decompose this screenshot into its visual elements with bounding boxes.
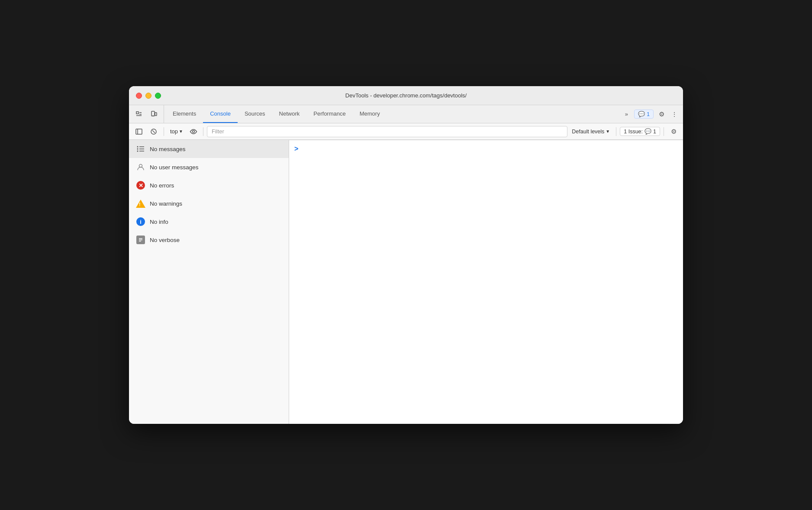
traffic-lights (136, 93, 161, 99)
close-button[interactable] (136, 93, 142, 99)
main-content: No messages No user messages ✕ No errors (129, 140, 683, 424)
prompt-chevron-icon: > (294, 145, 298, 153)
context-label: top (170, 128, 178, 135)
console-toolbar: top ▼ Default levels ▼ 1 Issue: 💬 1 ⚙ (129, 123, 683, 140)
issue-filter-label: 1 Issue: (624, 129, 643, 135)
tab-sources[interactable]: Sources (238, 105, 272, 123)
tab-network[interactable]: Network (272, 105, 307, 123)
info-icon: i (136, 217, 145, 226)
sidebar-item-no-errors[interactable]: ✕ No errors (129, 176, 289, 194)
toolbar-separator-4 (664, 127, 664, 136)
sidebar-item-no-verbose[interactable]: No verbose (129, 231, 289, 249)
svg-point-3 (153, 115, 154, 116)
user-icon (136, 162, 145, 172)
sidebar-item-no-info[interactable]: i No info (129, 213, 289, 231)
tab-performance[interactable]: Performance (306, 105, 352, 123)
sidebar-item-label: No verbose (150, 237, 180, 243)
warning-icon (136, 199, 145, 208)
tab-bar-right: » 💬 1 ⚙ ⋮ (617, 105, 683, 123)
settings-button[interactable]: ⚙ (655, 108, 667, 120)
issue-filter-badge[interactable]: 1 Issue: 💬 1 (620, 127, 660, 136)
svg-rect-4 (136, 129, 142, 134)
maximize-button[interactable] (155, 93, 161, 99)
sidebar-item-label: No messages (150, 146, 186, 152)
chevron-down-icon: ▼ (179, 129, 183, 134)
context-selector[interactable]: top ▼ (168, 127, 186, 136)
window-title: DevTools - developer.chrome.com/tags/dev… (345, 92, 467, 99)
issue-filter-count: 1 (653, 129, 656, 135)
tab-memory[interactable]: Memory (353, 105, 387, 123)
console-settings-button[interactable]: ⚙ (667, 126, 680, 138)
show-sidebar-button[interactable] (132, 126, 145, 138)
toolbar-separator-2 (203, 127, 203, 136)
toolbar-separator-1 (164, 127, 164, 136)
inspect-element-button[interactable] (132, 108, 145, 120)
svg-rect-2 (155, 113, 157, 116)
title-bar: DevTools - developer.chrome.com/tags/dev… (129, 86, 683, 105)
devtools-window: DevTools - developer.chrome.com/tags/dev… (129, 86, 683, 424)
clear-console-button[interactable] (147, 126, 160, 138)
svg-line-7 (152, 130, 155, 133)
error-icon: ✕ (136, 181, 145, 190)
default-levels-label: Default levels (572, 129, 604, 135)
console-area: > (289, 140, 683, 424)
svg-rect-0 (136, 112, 139, 114)
sidebar-item-label: No info (150, 219, 168, 225)
log-level-dropdown[interactable]: Default levels ▼ (569, 128, 612, 136)
console-sidebar: No messages No user messages ✕ No errors (129, 140, 289, 424)
live-expressions-button[interactable] (187, 126, 200, 138)
console-prompt-line: > (289, 140, 683, 157)
main-tabs: Elements Console Sources Network Perform… (166, 105, 617, 123)
console-output[interactable]: > (289, 140, 683, 424)
issue-chat-icon: 💬 (638, 111, 645, 117)
sidebar-item-label: No errors (150, 182, 174, 189)
device-toolbar-button[interactable] (147, 108, 160, 120)
more-tabs-button[interactable]: » (620, 108, 632, 120)
verbose-icon (136, 235, 145, 245)
sidebar-item-label: No user messages (150, 164, 199, 171)
chevron-down-icon-levels: ▼ (606, 129, 610, 134)
tab-elements[interactable]: Elements (166, 105, 203, 123)
sidebar-item-no-messages[interactable]: No messages (129, 140, 289, 158)
sidebar-item-no-user-messages[interactable]: No user messages (129, 158, 289, 176)
svg-point-14 (137, 151, 139, 152)
minimize-button[interactable] (145, 93, 151, 99)
sidebar-item-label: No warnings (150, 200, 182, 207)
tab-bar-tools (132, 105, 164, 123)
more-options-button[interactable]: ⋮ (669, 108, 680, 120)
sidebar-item-no-warnings[interactable]: No warnings (129, 194, 289, 213)
issue-count-label: 1 (647, 111, 650, 117)
toolbar-separator-3 (616, 127, 616, 136)
tab-console[interactable]: Console (203, 105, 238, 123)
svg-point-8 (192, 130, 194, 132)
svg-point-12 (137, 146, 139, 148)
list-icon (136, 144, 145, 154)
issue-filter-chat-icon: 💬 (644, 128, 651, 135)
issue-badge[interactable]: 💬 1 (634, 110, 654, 119)
svg-point-13 (137, 148, 139, 150)
tab-bar: Elements Console Sources Network Perform… (129, 105, 683, 123)
filter-input[interactable] (207, 126, 567, 137)
